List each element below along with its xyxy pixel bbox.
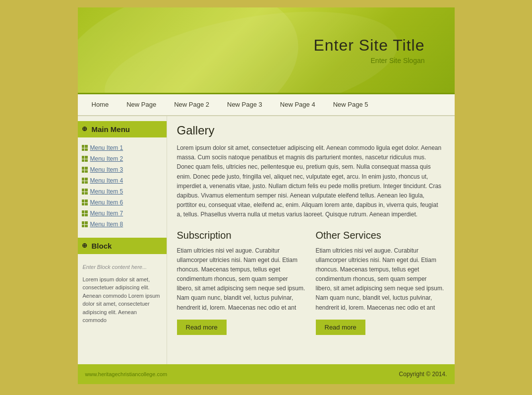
other-services-read-more-button[interactable]: Read more <box>316 320 365 335</box>
main-menu-title: Main Menu <box>78 121 167 137</box>
grid-icon-3 <box>82 167 88 173</box>
nav-new-page-3[interactable]: New Page 3 <box>218 94 271 116</box>
other-services-col: Other Services Etiam ultricies nisi vel … <box>316 230 445 335</box>
nav-new-page-4[interactable]: New Page 4 <box>271 94 324 116</box>
sidebar-item-1[interactable]: Menu Item 1 <box>78 142 167 153</box>
subscription-text: Etiam ultricies nisi vel augue. Curabitu… <box>177 246 306 313</box>
main-area: Main Menu Menu Item 1 Menu Item 2 Menu I… <box>78 116 455 364</box>
sidebar-item-7[interactable]: Menu Item 7 <box>78 208 167 219</box>
grid-icon-1 <box>82 145 88 151</box>
grid-icon-8 <box>82 221 88 227</box>
block-text: Lorem ipsum dolor sit amet, consectetuer… <box>83 275 162 325</box>
block-title: Block <box>78 238 167 254</box>
page-wrapper: Enter Site Title Enter Site Slogan Home … <box>78 7 455 384</box>
footer-link[interactable]: www.heritagechristiancollege.com <box>85 371 168 377</box>
grid-icon-5 <box>82 189 88 195</box>
block-content: Enter Block content here... Lorem ipsum … <box>78 259 167 329</box>
footer-copyright: Copyright © 2014. <box>399 371 447 378</box>
site-title: Enter Site Title <box>313 36 424 55</box>
sidebar: Main Menu Menu Item 1 Menu Item 2 Menu I… <box>78 116 167 364</box>
nav-new-page-5[interactable]: New Page 5 <box>324 94 377 116</box>
subscription-read-more-button[interactable]: Read more <box>177 320 227 335</box>
subscription-col: Subscription Etiam ultricies nisi vel au… <box>177 230 306 335</box>
sidebar-item-3[interactable]: Menu Item 3 <box>78 164 167 175</box>
other-services-text: Etiam ultricies nisi vel augue. Curabitu… <box>316 246 445 313</box>
site-header: Enter Site Title Enter Site Slogan <box>78 7 455 94</box>
grid-icon-6 <box>82 199 88 205</box>
nav-new-page-2[interactable]: New Page 2 <box>165 94 218 116</box>
nav-bar: Home New Page New Page 2 New Page 3 New … <box>78 94 455 116</box>
two-column-section: Subscription Etiam ultricies nisi vel au… <box>177 230 445 335</box>
other-services-title: Other Services <box>316 230 445 241</box>
subscription-title: Subscription <box>177 230 306 241</box>
content-area: Gallery Lorem ipsum dolor sit amet, cons… <box>167 116 455 364</box>
nav-new-page[interactable]: New Page <box>118 94 165 116</box>
gallery-text: Lorem ipsum dolor sit amet, consectetuer… <box>177 143 445 220</box>
sidebar-item-6[interactable]: Menu Item 6 <box>78 197 167 208</box>
sidebar-item-8[interactable]: Menu Item 8 <box>78 219 167 230</box>
grid-icon-7 <box>82 210 88 216</box>
gallery-title: Gallery <box>177 124 445 137</box>
sidebar-item-2[interactable]: Menu Item 2 <box>78 153 167 164</box>
site-footer: www.heritagechristiancollege.com Copyrig… <box>78 364 455 384</box>
grid-icon-4 <box>82 178 88 184</box>
site-slogan: Enter Site Slogan <box>371 57 425 65</box>
sidebar-item-4[interactable]: Menu Item 4 <box>78 175 167 186</box>
block-placeholder: Enter Block content here... <box>83 263 162 271</box>
block-section: Block Enter Block content here... Lorem … <box>78 238 167 329</box>
nav-home[interactable]: Home <box>83 94 118 116</box>
grid-icon-2 <box>82 156 88 162</box>
sidebar-item-5[interactable]: Menu Item 5 <box>78 186 167 197</box>
